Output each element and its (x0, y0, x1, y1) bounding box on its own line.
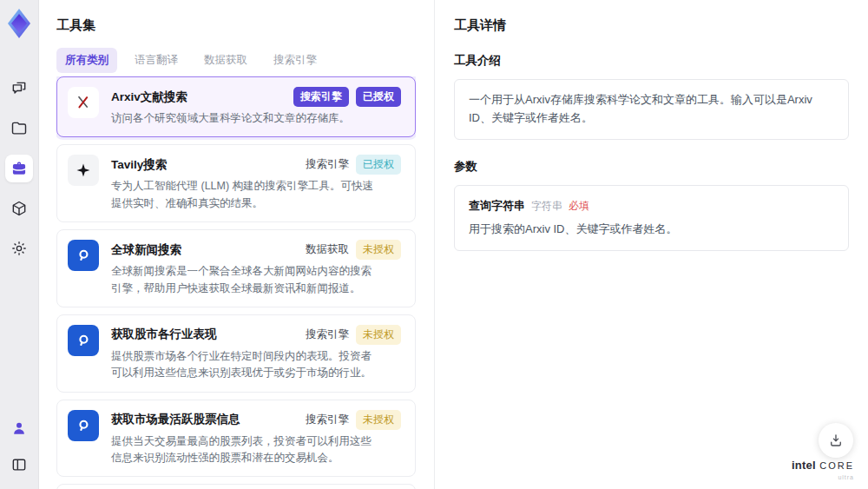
news-q-logo-icon (68, 240, 99, 271)
sidebar-toggle-icon[interactable] (5, 451, 33, 479)
tool-card-regional-news[interactable]: 万维地区新闻查询 搜索引擎 未授权 查询具体行政区划内的新闻，快速了解各地新闻动 (56, 484, 416, 489)
cube-nav-icon[interactable] (5, 195, 33, 222)
tools-nav-icon[interactable] (5, 155, 33, 182)
tool-card-arxiv[interactable]: Arxiv文献搜索 搜索引擎 已授权 访问各个研究领域大量科学论文和文章的存储库… (56, 76, 416, 137)
tab-data-fetch[interactable]: 数据获取 (195, 48, 256, 73)
status-badge: 未授权 (356, 325, 401, 345)
stock-q-logo-icon (68, 325, 99, 356)
tool-card-list: Arxiv文献搜索 搜索引擎 已授权 访问各个研究领域大量科学论文和文章的存储库… (56, 76, 416, 489)
tool-card-most-active-stocks[interactable]: 获取市场最活跃股票信息 搜索引擎 未授权 提供当天交易量最高的股票列表，投资者可… (56, 400, 416, 478)
category-label: 搜索引擎 (306, 157, 349, 172)
intel-logo-text: intel (792, 459, 816, 472)
tool-description: 提供当天交易量最高的股票列表，投资者可以利用这些信息来识别流动性强的股票和潜在的… (111, 433, 375, 467)
intro-text-box: 一个用于从Arxiv存储库搜索科学论文和文章的工具。输入可以是Arxiv ID、… (454, 79, 849, 140)
tool-description: 全球新闻搜索是一个聚合全球各大新闻网站内容的搜索引擎，帮助用户快速获取全球最新资… (111, 263, 375, 297)
stock-q-logo-icon (68, 410, 99, 441)
intel-core-logo: intel CORE ultra (792, 458, 854, 480)
ultra-logo-text: ultra (792, 474, 854, 480)
parameter-box: 查询字符串 字符串 必填 用于搜索的Arxiv ID、关键字或作者姓名。 (454, 185, 849, 252)
params-heading: 参数 (454, 159, 849, 175)
intro-heading: 工具介绍 (454, 53, 849, 69)
category-label: 搜索引擎 (306, 327, 349, 342)
details-title: 工具详情 (454, 17, 849, 34)
tavily-logo-icon (68, 155, 99, 186)
tab-search-engine[interactable]: 搜索引擎 (265, 48, 326, 73)
parameter-name: 查询字符串 (469, 197, 525, 215)
page-title: 工具集 (56, 17, 434, 34)
tool-description: 访问各个研究领域大量科学论文和文章的存储库。 (111, 110, 375, 127)
status-badge: 未授权 (356, 410, 401, 430)
status-badge: 已授权 (356, 155, 401, 175)
tool-card-global-news[interactable]: 全球新闻搜索 数据获取 未授权 全球新闻搜索是一个聚合全球各大新闻网站内容的搜索… (56, 229, 416, 307)
chat-nav-icon[interactable] (5, 75, 33, 102)
folder-nav-icon[interactable] (5, 115, 33, 142)
parameter-required-flag: 必填 (569, 198, 589, 215)
tool-card-sector-performance[interactable]: 获取股市各行业表现 搜索引擎 未授权 提供股票市场各个行业在特定时间段内的表现。… (56, 314, 416, 393)
tool-description: 专为人工智能代理 (LLM) 构建的搜索引擎工具。可快速提供实时、准确和真实的结… (111, 178, 375, 212)
status-badge: 已授权 (356, 87, 401, 107)
download-icon (828, 433, 844, 448)
settings-gear-icon[interactable] (5, 235, 33, 262)
tool-name: Arxiv文献搜索 (111, 89, 286, 105)
left-sidebar (0, 0, 39, 489)
category-badge: 搜索引擎 (293, 87, 349, 107)
tool-description: 提供股票市场各个行业在特定时间段内的表现。投资者可以利用这些信息来识别表现优于或… (111, 348, 375, 382)
tool-name: 全球新闻搜索 (111, 242, 299, 258)
core-logo-text: CORE (819, 460, 854, 471)
tool-card-tavily[interactable]: Tavily搜索 搜索引擎 已授权 专为人工智能代理 (LLM) 构建的搜索引擎… (56, 144, 416, 222)
parameter-description: 用于搜索的Arxiv ID、关键字或作者姓名。 (469, 221, 834, 239)
tool-list-panel: 工具集 所有类别 语言翻译 数据获取 搜索引擎 Arxiv文献搜索 搜索引擎 已… (39, 0, 434, 489)
tab-all-categories[interactable]: 所有类别 (56, 48, 117, 73)
arxiv-logo-icon (68, 87, 99, 118)
tool-name: Tavily搜索 (111, 157, 299, 173)
tool-name: 获取市场最活跃股票信息 (111, 412, 299, 427)
category-label: 数据获取 (306, 242, 349, 257)
category-label: 搜索引擎 (306, 413, 349, 427)
tool-name: 获取股市各行业表现 (111, 327, 299, 342)
tab-language-translation[interactable]: 语言翻译 (126, 48, 187, 73)
parameter-type: 字符串 (531, 198, 562, 215)
download-button[interactable] (819, 423, 853, 458)
app-logo-icon (4, 7, 34, 40)
status-badge: 未授权 (356, 240, 401, 260)
user-profile-icon[interactable] (5, 414, 33, 442)
tool-details-panel: 工具详情 工具介绍 一个用于从Arxiv存储库搜索科学论文和文章的工具。输入可以… (434, 0, 868, 489)
category-tabs: 所有类别 语言翻译 数据获取 搜索引擎 (56, 48, 434, 73)
